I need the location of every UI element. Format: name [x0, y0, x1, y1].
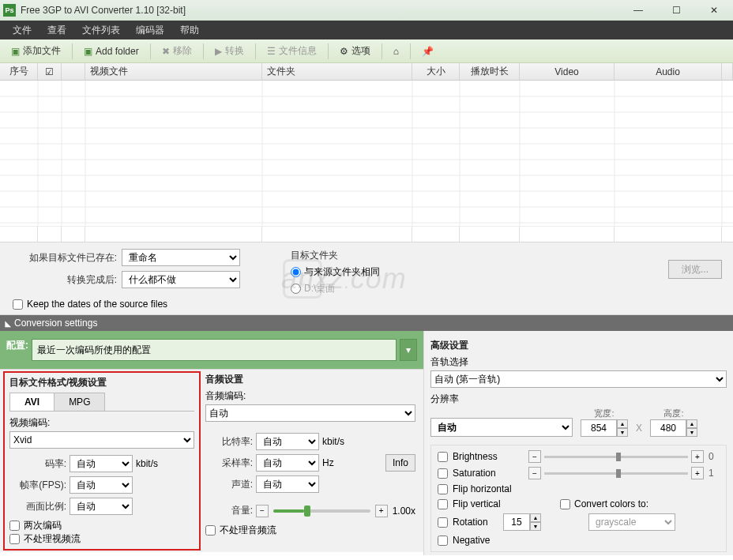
audio-bitrate-select[interactable]: 自动 — [256, 433, 319, 450]
brightness-checkbox[interactable] — [438, 452, 448, 462]
col-check[interactable]: ☑ — [38, 63, 62, 80]
aspect-select[interactable]: 自动 — [70, 498, 133, 515]
col-audio[interactable]: Audio — [615, 63, 722, 80]
audio-panel-title: 音频设置 — [205, 373, 415, 386]
menu-view[interactable]: 查看 — [39, 21, 74, 39]
rotation-label: Rotation — [453, 517, 498, 528]
video-bitrate-select[interactable]: 自动 — [70, 455, 133, 472]
bitrate-label: 码率: — [9, 457, 66, 471]
rotation-up[interactable]: ▲ — [530, 513, 541, 522]
file-info-button[interactable]: ☰ 文件信息 — [261, 42, 323, 60]
close-button[interactable]: ✕ — [698, 2, 730, 18]
desktop-path-label: D:\桌面 — [304, 282, 335, 295]
convert-colors-checkbox[interactable] — [560, 499, 570, 509]
negative-checkbox[interactable] — [438, 536, 448, 546]
saturation-slider[interactable] — [544, 472, 688, 475]
rotation-checkbox[interactable] — [438, 517, 448, 528]
config-dropdown-button[interactable]: ▾ — [400, 339, 417, 361]
conversion-settings-header[interactable]: Conversion settings — [0, 315, 733, 331]
brightness-minus[interactable]: − — [528, 450, 541, 463]
resolution-select[interactable]: 自动 — [430, 418, 573, 437]
resolution-label: 分辨率 — [430, 393, 727, 406]
grayscale-select[interactable]: grayscale — [588, 513, 675, 531]
width-up[interactable]: ▲ — [617, 419, 628, 428]
sample-rate-select[interactable]: 自动 — [256, 454, 319, 472]
info-icon: ☰ — [267, 46, 276, 57]
col-blank[interactable] — [62, 63, 85, 80]
add-folder-button[interactable]: ▣ Add folder — [77, 43, 145, 59]
brightness-value: 0 — [709, 451, 720, 462]
add-files-button[interactable]: ▣ 添加文件 — [5, 42, 67, 60]
brightness-slider[interactable] — [544, 456, 688, 458]
saturation-minus[interactable]: − — [528, 467, 541, 479]
volume-minus-button[interactable]: − — [256, 505, 269, 517]
brightness-label: Brightness — [453, 451, 524, 462]
col-folder[interactable]: 文件夹 — [262, 63, 412, 80]
rotation-down[interactable]: ▼ — [530, 522, 541, 531]
col-duration[interactable]: 播放时长 — [460, 63, 520, 80]
remove-button[interactable]: ✖ 移除 — [156, 42, 198, 60]
col-size[interactable]: 大小 — [412, 63, 460, 80]
custom-folder-radio[interactable] — [291, 284, 301, 294]
col-index[interactable]: 序号 — [0, 63, 38, 80]
fps-select[interactable]: 自动 — [70, 476, 133, 494]
col-video[interactable]: Video — [520, 63, 615, 80]
flip-v-checkbox[interactable] — [438, 499, 448, 509]
saturation-value: 1 — [709, 468, 720, 479]
menu-encoder[interactable]: 编码器 — [128, 21, 172, 39]
config-select[interactable]: 最近一次编码所使用的配置 — [32, 339, 397, 361]
tab-avi[interactable]: AVI — [9, 393, 55, 411]
add-folder-icon: ▣ — [84, 46, 92, 57]
play-icon: ▶ — [215, 46, 222, 57]
aspect-label: 画面比例: — [9, 500, 66, 513]
col-extra[interactable] — [722, 63, 733, 80]
if-exists-select[interactable]: 重命名 — [122, 249, 240, 266]
audio-codec-select[interactable]: 自动 — [205, 404, 415, 422]
flip-h-checkbox[interactable] — [438, 484, 448, 494]
menu-help[interactable]: 帮助 — [172, 21, 207, 39]
video-codec-select[interactable]: Xvid — [9, 431, 194, 449]
flip-v-label: Flip vertical — [453, 498, 524, 509]
height-down[interactable]: ▼ — [686, 428, 697, 437]
channel-select[interactable]: 自动 — [256, 475, 319, 493]
file-grid-body[interactable] — [0, 81, 733, 226]
no-video-checkbox[interactable] — [9, 534, 20, 544]
info-button[interactable]: Info — [385, 454, 415, 472]
height-up[interactable]: ▲ — [686, 419, 697, 428]
output-options: 如果目标文件已存在: 重命名 转换完成后: 什么都不做 目标文件夹 与来源文件夹… — [0, 242, 733, 315]
after-convert-select[interactable]: 什么都不做 — [122, 271, 240, 288]
pin-button[interactable]: 📌 — [415, 43, 440, 59]
config-label: 配置: — [6, 339, 28, 361]
track-select[interactable]: 自动 (第一音轨) — [430, 370, 727, 388]
keep-dates-checkbox[interactable] — [13, 299, 23, 310]
height-input[interactable] — [650, 419, 686, 437]
volume-slider[interactable] — [273, 509, 370, 513]
saturation-plus[interactable]: + — [691, 467, 704, 479]
tab-mpg[interactable]: MPG — [54, 393, 105, 411]
col-video-file[interactable]: 视频文件 — [85, 63, 262, 80]
audio-settings-panel: 音频设置 音频编码: 自动 比特率: 自动 kbit/s 采样率: 自动 Hz … — [201, 370, 420, 552]
browse-button[interactable]: 浏览... — [668, 260, 722, 279]
no-audio-checkbox[interactable] — [205, 525, 216, 536]
width-input[interactable] — [581, 419, 617, 437]
same-as-source-radio[interactable] — [291, 267, 301, 277]
target-folder-label: 目标文件夹 — [291, 249, 338, 262]
two-pass-checkbox[interactable] — [9, 521, 20, 531]
convert-button[interactable]: ▶ 转换 — [209, 42, 250, 60]
volume-plus-button[interactable]: + — [375, 505, 388, 517]
menu-file[interactable]: 文件 — [5, 21, 39, 39]
grid-footer — [0, 226, 733, 242]
options-button[interactable]: ⚙ 选项 — [333, 42, 377, 60]
width-down[interactable]: ▼ — [617, 428, 628, 437]
channel-label: 声道: — [205, 478, 253, 491]
home-button[interactable]: ⌂ — [387, 43, 405, 59]
pin-icon: 📌 — [422, 46, 434, 57]
minimize-button[interactable]: ― — [622, 2, 654, 18]
saturation-checkbox[interactable] — [438, 468, 448, 479]
brightness-plus[interactable]: + — [691, 450, 704, 463]
menu-filelist[interactable]: 文件列表 — [74, 21, 128, 39]
height-label: 高度: — [663, 408, 683, 419]
maximize-button[interactable]: ☐ — [660, 2, 692, 18]
title-bar: Ps Free 3GP to AVI Converter 1.10 [32-bi… — [0, 0, 733, 21]
rotation-input[interactable] — [503, 513, 530, 531]
